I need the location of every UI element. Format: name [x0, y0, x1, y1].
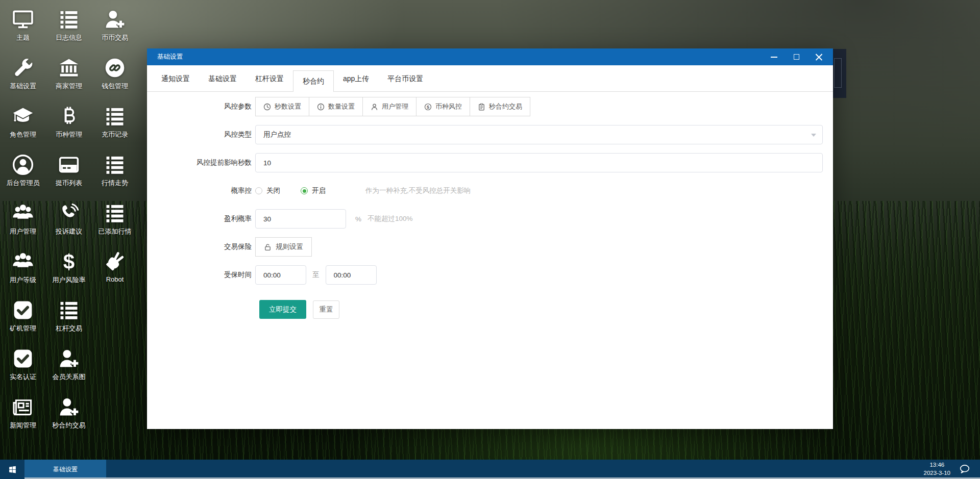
- person-icon: [371, 103, 378, 111]
- probability-off-radio[interactable]: [255, 187, 262, 194]
- desktop-icon-basic-settings[interactable]: 基础设置: [0, 54, 46, 102]
- taskbar-item-basic-settings[interactable]: 基础设置: [24, 460, 106, 479]
- button-label: 秒数设置: [275, 102, 301, 111]
- tab-leverage-settings[interactable]: 杠杆设置: [246, 66, 293, 92]
- desktop-icon-label: 钱包管理: [102, 82, 128, 91]
- desktop-icon-market-trend[interactable]: 行情走势: [92, 150, 138, 199]
- clock-time: 13:46: [924, 461, 950, 469]
- rule-settings-button[interactable]: 规则设置: [255, 237, 312, 257]
- users-icon: [12, 250, 34, 273]
- desktop-icon-deposit-records[interactable]: 充币记录: [92, 102, 138, 150]
- insured-time-to-input[interactable]: [326, 265, 377, 285]
- desktop-icon-theme[interactable]: 主题: [0, 5, 46, 54]
- desktop-icon-label: 日志信息: [56, 33, 82, 42]
- tab-basic-settings[interactable]: 基础设置: [199, 66, 246, 92]
- trade-insurance-row: 交易保险 规则设置: [147, 237, 833, 257]
- desktop-icon-admin-users[interactable]: 后台管理员: [0, 150, 46, 199]
- desktop-row: 新闻管理 秒合约交易: [0, 393, 143, 441]
- desktop-icon-label: 会员关系图: [53, 372, 86, 382]
- window-titlebar: 基础设置: [147, 48, 833, 65]
- desktop-row: 基础设置 商家管理 钱包管理: [0, 54, 143, 102]
- taskbar-clock[interactable]: 13:46 2023-3-10: [924, 461, 950, 477]
- desktop-icon-withdraw-list[interactable]: 提币列表: [46, 150, 92, 199]
- desktop-icon-miner-mgmt[interactable]: 矿机管理: [0, 296, 46, 344]
- desktop-row: 用户等级 用户风险率 Robot: [0, 247, 143, 296]
- list-icon: [104, 105, 126, 128]
- maximize-button[interactable]: [785, 48, 807, 65]
- desktop-icon-user-risk-rate[interactable]: 用户风险率: [46, 247, 92, 296]
- tab-notification-settings[interactable]: 通知设置: [152, 66, 199, 92]
- chevron-down-icon: [811, 134, 816, 137]
- desktop-icon-seconds-contract[interactable]: 秒合约交易: [46, 393, 92, 441]
- tray-chat-button[interactable]: [957, 463, 972, 476]
- clock-icon: [263, 103, 271, 111]
- desktop-icon-coin-mgmt[interactable]: 币种管理: [46, 102, 92, 150]
- windows-start-icon: [8, 465, 17, 474]
- insured-time-from-input[interactable]: [255, 265, 306, 285]
- desktop-icon-label: 充币记录: [102, 130, 128, 139]
- desktop-icon-label: 杠杆交易: [56, 324, 82, 333]
- user-plus-icon: [58, 347, 80, 370]
- desktop-row: 主题 日志信息 币币交易: [0, 5, 143, 54]
- profit-probability-row: 盈利概率 % 不能超过100%: [147, 209, 833, 229]
- desktop-row: 角色管理 币种管理 充币记录: [0, 102, 143, 150]
- start-button[interactable]: [0, 460, 24, 479]
- risk-type-select[interactable]: 用户点控: [255, 125, 823, 144]
- user-management-button[interactable]: 用户管理: [362, 97, 416, 116]
- profit-probability-hint: 不能超过100%: [368, 214, 413, 223]
- desktop-icon-robot[interactable]: Robot: [92, 247, 138, 296]
- desktop-icon-news-mgmt[interactable]: 新闻管理: [0, 393, 46, 441]
- probability-label: 概率控: [147, 186, 252, 195]
- desktop-icon-label: 实名认证: [10, 372, 36, 382]
- button-label: 币种风控: [435, 102, 462, 111]
- desktop-icon-label: 投诉建议: [56, 227, 82, 236]
- desktop-icon-label: 秒合约交易: [53, 421, 86, 430]
- check-square-icon: [12, 347, 34, 370]
- desktop-icon-real-name-auth[interactable]: 实名认证: [0, 344, 46, 393]
- desktop-icon-log-info[interactable]: 日志信息: [46, 5, 92, 54]
- minimize-button[interactable]: [763, 48, 785, 65]
- desktop-icon-label: 后台管理员: [7, 179, 40, 188]
- wrench-icon: [12, 57, 34, 79]
- basic-settings-window: 基础设置 通知设置 基础设置 杠杆设置 秒合约 app上传 平台币设置 风控参数…: [147, 48, 833, 429]
- desktop-icon-wallet-mgmt[interactable]: 钱包管理: [92, 54, 138, 102]
- trade-insurance-label: 交易保险: [147, 242, 252, 251]
- user-plus-icon: [104, 8, 126, 31]
- seconds-setting-button[interactable]: 秒数设置: [255, 97, 309, 116]
- desktop-icon-label: 矿机管理: [10, 324, 36, 333]
- credit-card-icon: [58, 154, 80, 176]
- desktop-icon-added-markets[interactable]: 已添加行情: [92, 199, 138, 247]
- tab-app-upload[interactable]: app上传: [334, 66, 378, 92]
- desktop-icon-label: Robot: [106, 275, 124, 283]
- advance-seconds-label: 风控提前影响秒数: [147, 158, 252, 167]
- desktop-icon-label: 基础设置: [10, 82, 36, 91]
- risk-params-row: 风控参数 秒数设置 数量设置 用户管理 币种风控 秒合约交易: [147, 97, 833, 116]
- risk-params-button-group: 秒数设置 数量设置 用户管理 币种风控 秒合约交易: [255, 97, 530, 116]
- desktop-icon-merchant-mgmt[interactable]: 商家管理: [46, 54, 92, 102]
- button-label: 规则设置: [276, 242, 303, 251]
- desktop-icon-user-level[interactable]: 用户等级: [0, 247, 46, 296]
- desktop-icon-label: 用户风险率: [53, 275, 86, 285]
- advance-seconds-input[interactable]: [255, 153, 823, 172]
- tab-seconds-contract[interactable]: 秒合约: [293, 70, 334, 92]
- quantity-setting-button[interactable]: 数量设置: [309, 97, 363, 116]
- bank-icon: [58, 57, 80, 79]
- graduation-cap-icon: [12, 105, 34, 128]
- desktop-icon-role-mgmt[interactable]: 角色管理: [0, 102, 46, 150]
- coin-risk-button[interactable]: 币种风控: [416, 97, 470, 116]
- desktop-icon-feedback[interactable]: 投诉建议: [46, 199, 92, 247]
- desktop-icon-user-mgmt[interactable]: 用户管理: [0, 199, 46, 247]
- user-plus-icon: [58, 396, 80, 418]
- submit-button[interactable]: 立即提交: [259, 300, 306, 319]
- desktop-icon-member-graph[interactable]: 会员关系图: [46, 344, 92, 393]
- time-range-separator: 至: [312, 270, 320, 280]
- desktop-icon-leverage-trade[interactable]: 杠杆交易: [46, 296, 92, 344]
- seconds-contract-trade-button[interactable]: 秒合约交易: [470, 97, 530, 116]
- profit-probability-input[interactable]: [255, 209, 346, 229]
- close-button[interactable]: [807, 48, 830, 65]
- probability-on-radio[interactable]: [301, 187, 308, 194]
- info-circle-icon: [317, 103, 325, 111]
- tab-platform-coin-settings[interactable]: 平台币设置: [378, 66, 432, 92]
- reset-button[interactable]: 重置: [313, 300, 339, 319]
- desktop-icon-coin-trade[interactable]: 币币交易: [92, 5, 138, 54]
